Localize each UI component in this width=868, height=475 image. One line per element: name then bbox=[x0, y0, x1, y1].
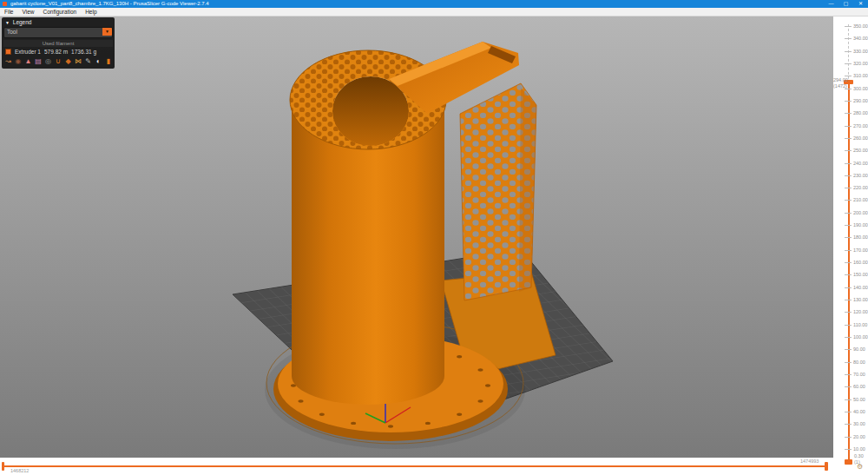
extruder-color-swatch bbox=[5, 49, 11, 55]
extruder-name: Extruder 1 bbox=[15, 49, 41, 55]
moves-slider-right-thumb[interactable] bbox=[825, 462, 828, 471]
bottom-thumb-height-label: 0.30 bbox=[854, 453, 864, 459]
used-filament-header: Used filament bbox=[3, 40, 113, 47]
menu-file[interactable]: File bbox=[0, 8, 17, 16]
collapse-icon: ▼ bbox=[5, 20, 10, 25]
pause-prints-icon[interactable]: ∪ bbox=[55, 57, 62, 66]
extruder-row: Extruder 1 579.82 m 1736.31 g bbox=[3, 47, 113, 56]
legend-title: Legend bbox=[13, 19, 32, 25]
view-type-select[interactable]: Tool ▼ bbox=[3, 27, 113, 38]
hourglass-icon[interactable]: ⋈ bbox=[75, 57, 82, 66]
bolt-hole bbox=[425, 422, 431, 425]
center-of-gravity-icon[interactable]: ◐ bbox=[95, 57, 102, 66]
menu-bar: FileViewConfigurationHelp bbox=[0, 8, 868, 16]
bolt-hole bbox=[457, 355, 462, 358]
viewport-3d[interactable] bbox=[0, 16, 833, 458]
layer-slider-panel: 350.00340.00330.00320.00310.00300.00290.… bbox=[833, 16, 868, 475]
legend-header[interactable]: ▼ Legend bbox=[3, 19, 113, 26]
bolt-hole bbox=[319, 413, 325, 416]
minimize-button[interactable]: — bbox=[824, 0, 838, 8]
top-thumb-layer-label: (1472) bbox=[833, 83, 845, 89]
moves-slider-panel: 1468212 1474993 bbox=[0, 458, 833, 475]
gear-icon[interactable]: ⚙ bbox=[857, 463, 863, 471]
retractions-icon[interactable]: ◉ bbox=[15, 57, 23, 66]
title-bar: gabarit cyclone_V01_part8_chambre_1.7KG_… bbox=[0, 0, 868, 8]
bolt-hole bbox=[478, 368, 483, 371]
bolt-hole bbox=[485, 384, 490, 386]
legend-panel: ▼ Legend Tool ▼ Used filament Extruder 1… bbox=[2, 17, 115, 69]
edit-icon[interactable]: ✎ bbox=[84, 57, 92, 66]
close-button[interactable]: ✕ bbox=[853, 0, 868, 8]
filament-weight: 1736.31 g bbox=[71, 49, 96, 55]
bolt-hole bbox=[299, 399, 304, 402]
filament-length: 579.82 m bbox=[44, 49, 68, 55]
moves-right-value: 1474993 bbox=[800, 459, 819, 464]
custom-gcodes-icon[interactable]: ◆ bbox=[64, 57, 72, 66]
bolt-hole bbox=[457, 413, 462, 416]
window-controls: — ▢ ✕ bbox=[824, 0, 868, 8]
view-type-value: Tool bbox=[4, 28, 112, 36]
tool-changes-icon[interactable]: ◎ bbox=[44, 57, 52, 66]
moves-slider-left-thumb[interactable] bbox=[2, 462, 4, 471]
prusaslicer-logo-icon bbox=[3, 2, 7, 6]
seams-icon[interactable]: ▲ bbox=[24, 57, 32, 66]
menu-help[interactable]: Help bbox=[81, 8, 101, 16]
bolt-hole bbox=[351, 422, 356, 425]
moves-slider-track[interactable] bbox=[3, 465, 826, 467]
prusaslicer-gcode-viewer-window: gabarit cyclone_V01_part8_chambre_1.7KG_… bbox=[0, 0, 868, 475]
bolt-hole bbox=[478, 399, 483, 402]
travel-moves-icon[interactable]: ↝ bbox=[4, 57, 12, 66]
menu-configuration[interactable]: Configuration bbox=[38, 8, 81, 16]
chevron-down-icon[interactable]: ▼ bbox=[102, 28, 112, 36]
top-thumb-height-label: 294.00 bbox=[833, 77, 845, 82]
moves-left-value: 1468212 bbox=[10, 468, 29, 473]
legend-toolbar: ↝◉▲▤◎∪◆⋈✎◐▮ bbox=[3, 56, 113, 67]
window-title: gabarit cyclone_V01_part8_chambre_1.7KG_… bbox=[10, 0, 209, 8]
shells-icon[interactable]: ▮ bbox=[104, 57, 112, 66]
layer-slider-active-range[interactable] bbox=[848, 82, 850, 463]
maximize-button[interactable]: ▢ bbox=[838, 0, 853, 8]
bolt-hole bbox=[388, 425, 393, 427]
layer-slider-bottom-thumb[interactable] bbox=[845, 459, 852, 465]
color-changes-icon[interactable]: ▤ bbox=[35, 57, 43, 66]
menu-view[interactable]: View bbox=[17, 8, 38, 16]
